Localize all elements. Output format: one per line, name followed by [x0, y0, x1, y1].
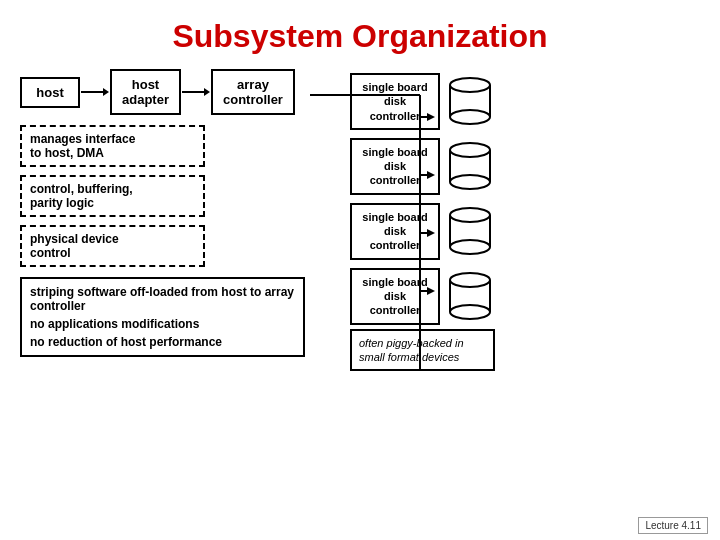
cylinder-2: [446, 140, 494, 192]
disk-row-3: single boarddiskcontroller: [350, 203, 495, 260]
control-buffering-label: control, buffering,parity logic: [20, 175, 205, 217]
arrow-host-to-adapter: [80, 82, 110, 102]
host-box: host: [20, 77, 80, 108]
page-title: Subsystem Organization: [0, 0, 720, 65]
svg-marker-1: [103, 88, 109, 96]
svg-point-12: [450, 208, 490, 222]
svg-point-4: [450, 78, 490, 92]
disk-controller-2: single boarddiskcontroller: [350, 138, 440, 195]
disk-row-1: single boarddiskcontroller: [350, 73, 495, 130]
array-controller-box: arraycontroller: [211, 69, 295, 115]
cylinder-1: [446, 75, 494, 127]
lecture-tag: Lecture 4.11: [638, 517, 708, 534]
disk-row-4: single boarddiskcontroller: [350, 268, 495, 325]
cylinder-3: [446, 205, 494, 257]
svg-point-7: [450, 110, 490, 124]
arrow-adapter-to-controller: [181, 82, 211, 102]
svg-marker-3: [204, 88, 210, 96]
cylinder-4: [446, 270, 494, 322]
host-adapter-box: hostadapter: [110, 69, 181, 115]
no-reduction-note: no reduction of host performance: [30, 335, 295, 349]
no-apps-note: no applications modifications: [30, 317, 295, 331]
svg-point-15: [450, 240, 490, 254]
physical-device-label: physical devicecontrol: [20, 225, 205, 267]
svg-point-8: [450, 143, 490, 157]
disk-controller-4: single boarddiskcontroller: [350, 268, 440, 325]
manages-interface-label: manages interfaceto host, DMA: [20, 125, 205, 167]
disk-row-2: single boarddiskcontroller: [350, 138, 495, 195]
disk-controller-1: single boarddiskcontroller: [350, 73, 440, 130]
svg-point-11: [450, 175, 490, 189]
svg-point-19: [450, 305, 490, 319]
disk-controller-3: single boarddiskcontroller: [350, 203, 440, 260]
striping-note: striping software off-loaded from host t…: [30, 285, 295, 313]
note-box: striping software off-loaded from host t…: [20, 277, 305, 357]
svg-point-16: [450, 273, 490, 287]
piggy-back-note: often piggy-backed in small format devic…: [350, 329, 495, 372]
